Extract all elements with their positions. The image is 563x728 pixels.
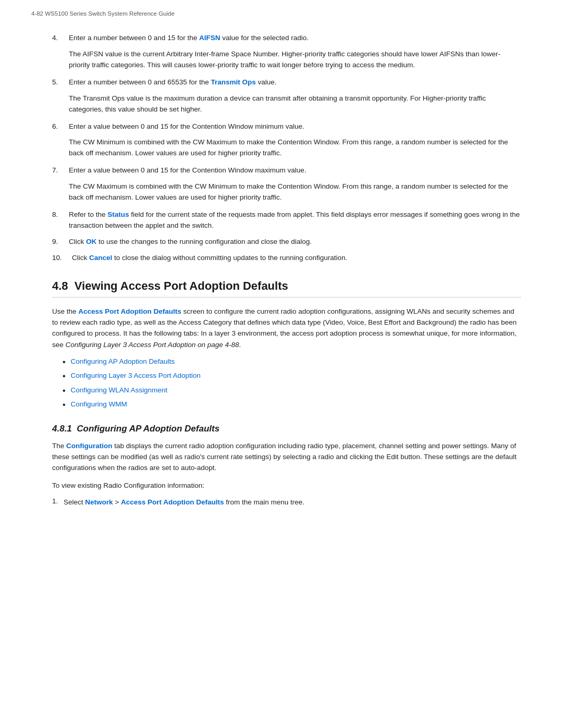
item-content: Enter a value between 0 and 15 for the C… <box>69 165 521 176</box>
status-link[interactable]: Status <box>107 211 129 218</box>
cross-reference: Configuring Layer 3 Access Port Adoption… <box>66 341 239 349</box>
bullet-dot: • <box>63 385 66 397</box>
bullet-dot: • <box>63 371 66 382</box>
item-number: 6. <box>52 121 69 132</box>
numbered-list: 4. Enter a number between 0 and 15 for t… <box>52 33 521 264</box>
item-description: The Transmit Ops value is the maximum du… <box>69 93 521 115</box>
bullet-dot: • <box>63 356 66 368</box>
item-content: Enter a value between 0 and 15 for the C… <box>69 121 521 132</box>
access-port-adoption-defaults-link[interactable]: Access Port Adoption Defaults <box>78 307 181 315</box>
item-content: Click Cancel to close the dialog without… <box>72 253 521 264</box>
step-number: 1. <box>52 497 64 508</box>
bullet-list: • Configuring AP Adoption Defaults • Con… <box>63 356 521 411</box>
section-481-heading: 4.8.1 Configuring AP Adoption Defaults <box>52 424 521 434</box>
list-item: 8. Refer to the Status field for the cur… <box>52 209 521 231</box>
bullet-link-wlan-assignment[interactable]: Configuring WLAN Assignment <box>71 385 167 396</box>
header-text: 4-82 WS5100 Series Switch System Referen… <box>31 10 175 17</box>
item-description: The CW Maximum is combined with the CW M… <box>69 181 521 203</box>
bullet-link-ap-adoption[interactable]: Configuring AP Adoption Defaults <box>71 356 175 367</box>
view-info-text: To view existing Radio Configuration inf… <box>52 480 521 491</box>
list-item: 4. Enter a number between 0 and 15 for t… <box>52 33 521 44</box>
section-48-intro: Use the Access Port Adoption Defaults sc… <box>52 306 521 350</box>
bullet-link-layer3-adoption[interactable]: Configuring Layer 3 Access Port Adoption <box>71 371 201 381</box>
step-item: 1. Select Network > Access Port Adoption… <box>52 497 521 508</box>
section-48-heading: 4.8 Viewing Access Port Adoption Default… <box>52 279 521 298</box>
item-content: Enter a number between 0 and 65535 for t… <box>69 77 521 88</box>
network-link[interactable]: Network <box>85 498 113 506</box>
list-item: • Configuring WMM <box>63 399 521 411</box>
list-item: 6. Enter a value between 0 and 15 for th… <box>52 121 521 132</box>
header-bar: 4-82 WS5100 Series Switch System Referen… <box>0 0 563 22</box>
item-content: Enter a number between 0 and 15 for the … <box>69 33 521 44</box>
item-number: 7. <box>52 165 69 176</box>
section-48-number: 4.8 <box>52 279 75 292</box>
section-481-number: 4.8.1 <box>52 424 77 434</box>
list-item: 7. Enter a value between 0 and 15 for th… <box>52 165 521 176</box>
item-number: 5. <box>52 77 69 88</box>
ok-link[interactable]: OK <box>86 238 96 245</box>
configuration-tab-link[interactable]: Configuration <box>66 442 112 450</box>
item-content: Click OK to use the changes to the runni… <box>69 237 521 248</box>
aifsn-link[interactable]: AIFSN <box>199 34 221 42</box>
item-description: The CW Minimum is combined with the CW M… <box>69 137 521 159</box>
item-number: 8. <box>52 209 69 231</box>
bullet-dot: • <box>63 399 66 411</box>
list-item: 5. Enter a number between 0 and 65535 fo… <box>52 77 521 88</box>
item-number: 10. <box>52 253 72 264</box>
step-content: Select Network > Access Port Adoption De… <box>64 497 521 508</box>
item-content: Refer to the Status field for the curren… <box>69 209 521 231</box>
bullet-link-wmm[interactable]: Configuring WMM <box>71 399 127 410</box>
cancel-link[interactable]: Cancel <box>89 254 112 262</box>
list-item: • Configuring AP Adoption Defaults <box>63 356 521 368</box>
section-481-intro: The Configuration tab displays the curre… <box>52 440 521 474</box>
list-item: 10. Click Cancel to close the dialog wit… <box>52 253 521 264</box>
access-port-defaults-menu-link[interactable]: Access Port Adoption Defaults <box>121 498 224 506</box>
page-container: 4-82 WS5100 Series Switch System Referen… <box>0 0 563 728</box>
item-number: 4. <box>52 33 69 44</box>
item-description: The AIFSN value is the current Arbitrary… <box>69 49 521 71</box>
item-number: 9. <box>52 237 69 248</box>
list-item: • Configuring WLAN Assignment <box>63 385 521 397</box>
content-area: 4. Enter a number between 0 and 15 for t… <box>0 22 563 532</box>
transmit-ops-link[interactable]: Transmit Ops <box>211 78 255 86</box>
list-item: 9. Click OK to use the changes to the ru… <box>52 237 521 248</box>
section-48-title: Viewing Access Port Adoption Defaults <box>75 279 288 292</box>
section-481-title: Configuring AP Adoption Defaults <box>77 424 219 434</box>
list-item: • Configuring Layer 3 Access Port Adopti… <box>63 371 521 382</box>
